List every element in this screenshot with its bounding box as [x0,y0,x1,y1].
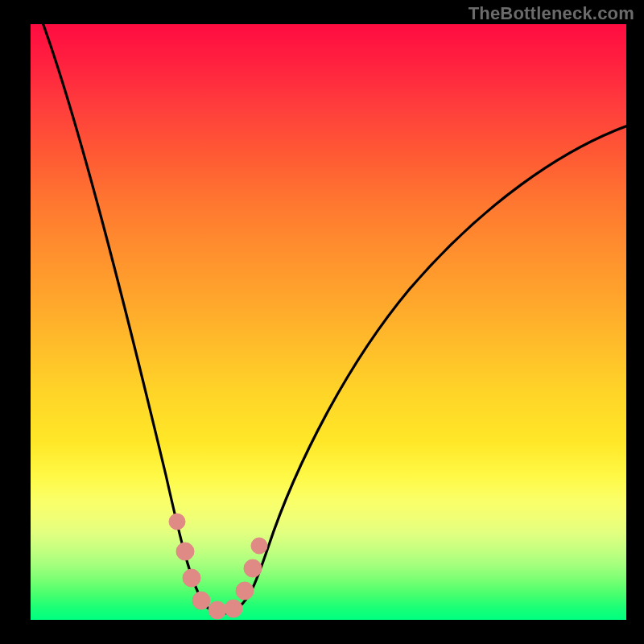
marker-dot [176,543,194,560]
bottleneck-curve [31,24,626,620]
marker-dot [244,559,262,577]
marker-dot [183,569,200,587]
marker-dot [169,514,185,530]
marker-dot [208,601,226,619]
curve-path [40,24,626,613]
marker-dot [236,582,254,600]
chart-frame: TheBottleneck.com [0,0,644,644]
marker-group [169,514,267,619]
marker-dot [225,600,242,617]
marker-dot [192,592,210,609]
plot-area [31,24,626,620]
marker-dot [251,538,267,554]
watermark-text: TheBottleneck.com [469,3,634,24]
